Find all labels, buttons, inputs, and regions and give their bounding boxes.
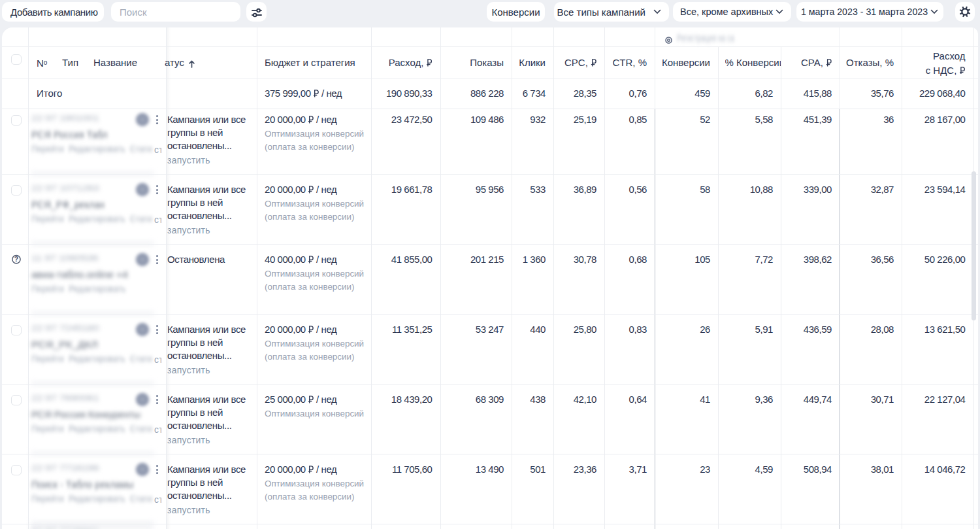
svg-text:?: ?: [14, 255, 18, 263]
